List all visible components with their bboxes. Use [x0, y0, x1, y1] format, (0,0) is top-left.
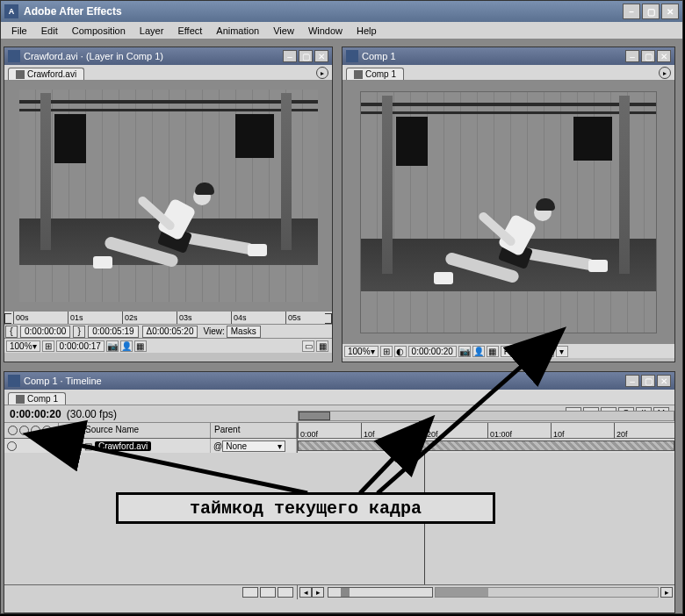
region-button[interactable]: ▭ [302, 340, 314, 352]
layer-row[interactable]: 1 ▣ Crawford.avi @ None▾ [4, 439, 674, 453]
video-switch-icon[interactable] [7, 441, 17, 451]
zoom-thumb[interactable] [341, 588, 350, 597]
layer-duration-bar[interactable] [298, 441, 674, 451]
channel-button[interactable]: ▦ [134, 340, 147, 352]
mdi-area: Crawford.avi · (Layer in Comp 1) – ▢ ✕ C… [1, 39, 682, 613]
status-timecode[interactable]: 0:00:00:17 [56, 340, 105, 352]
current-timecode[interactable]: 0:00:05:19 [88, 326, 138, 338]
comp-panel-titlebar[interactable]: Comp 1 – ▢ ✕ [342, 47, 674, 65]
switches-pane [4, 585, 298, 599]
layer-video-area[interactable] [4, 81, 332, 311]
region-button[interactable]: ▭ [528, 346, 540, 357]
time-tick: 20f [614, 423, 628, 439]
layer-maximize-button[interactable]: ▢ [299, 50, 313, 62]
view-dropdown[interactable]: Masks [227, 326, 261, 338]
layer-panel-icon [8, 50, 20, 62]
show-snapshot-button[interactable]: 👤 [120, 340, 133, 352]
layer-switches[interactable] [4, 439, 59, 453]
scroll-right-button[interactable]: ▸ [660, 587, 673, 598]
channel-button[interactable]: ▦ [487, 346, 499, 357]
comp-tab[interactable]: Comp 1 [346, 68, 404, 80]
switch-toggle-button[interactable] [242, 587, 258, 598]
menu-layer[interactable]: Layer [133, 24, 171, 38]
snapshot-button[interactable]: 📷 [106, 340, 119, 352]
show-snapshot-button[interactable]: 👤 [472, 346, 485, 357]
resolution-dropdown[interactable]: Full ▾ [501, 346, 526, 357]
layer-tab[interactable]: Crawford.avi [8, 68, 84, 80]
time-ruler[interactable]: 0:00f 10f 20f 01:00f 10f 20f [298, 423, 674, 439]
safe-zones-button[interactable]: ⊞ [42, 340, 54, 352]
layer-time-ruler[interactable]: 00s 01s 02s 03s 04s 05s [4, 311, 332, 325]
comp-video-area[interactable] [342, 81, 674, 344]
timeline-tabs: Comp 1 [4, 390, 674, 405]
timeline-titlebar[interactable]: Comp 1 · Timeline – ▢ ✕ [4, 372, 674, 390]
parent-header[interactable]: Parent [211, 423, 297, 438]
comp-close-button[interactable]: ✕ [657, 50, 671, 62]
menu-composition[interactable]: Composition [65, 24, 133, 38]
comp-icon [16, 395, 25, 404]
menu-view[interactable]: View [266, 24, 301, 38]
layer-close-button[interactable]: ✕ [314, 50, 328, 62]
zoom-dropdown[interactable]: 100% ▾ [344, 346, 379, 357]
navigator-thumb[interactable] [299, 412, 330, 420]
layer-panel-titlebar[interactable]: Crawford.avi · (Layer in Comp 1) – ▢ ✕ [4, 47, 332, 65]
menu-window[interactable]: Window [301, 24, 350, 38]
maximize-button[interactable]: ▢ [642, 4, 660, 19]
in-bracket-icon[interactable] [4, 313, 11, 324]
current-time-indicator[interactable] [419, 421, 429, 432]
3d-view-button[interactable]: ▾ [556, 346, 568, 357]
timeline-maximize-button[interactable]: ▢ [641, 375, 655, 387]
transparency-grid-button[interactable]: ▦ [542, 346, 554, 357]
menu-arrow-icon[interactable]: ▸ [316, 67, 328, 79]
mask-button[interactable]: ◐ [394, 346, 407, 357]
hscroll-thumb[interactable] [436, 588, 488, 597]
switch-toggle-button[interactable] [260, 587, 276, 598]
layer-number-header: # [59, 423, 82, 438]
layer-twirl[interactable]: 1 [59, 439, 82, 453]
solo-icon [31, 426, 40, 435]
duration-timecode[interactable]: Δ0:00:05:20 [142, 326, 198, 338]
menu-edit[interactable]: Edit [34, 24, 65, 38]
in-point-button[interactable]: { [5, 326, 18, 338]
timeline-track-header[interactable]: 0:00f 10f 20f 01:00f 10f 20f [298, 423, 674, 438]
comp-video-frame[interactable] [360, 91, 657, 333]
zoom-slider[interactable] [328, 587, 433, 598]
in-timecode[interactable]: 0:00:00:00 [20, 326, 70, 338]
scroll-right-button[interactable]: ▸ [312, 587, 324, 598]
source-name-header[interactable]: Source Name [82, 423, 211, 438]
safe-zones-button[interactable]: ⊞ [380, 346, 393, 357]
out-bracket-icon[interactable] [325, 313, 332, 324]
time-tick: 10f [551, 423, 565, 439]
menu-help[interactable]: Help [350, 24, 384, 38]
comp-tabs-row: Comp 1 ▸ [342, 65, 674, 81]
pickwhip-icon[interactable]: @ [213, 441, 222, 451]
menu-arrow-icon[interactable]: ▸ [659, 67, 671, 79]
snapshot-button[interactable]: 📷 [458, 346, 471, 357]
current-time-display[interactable]: 0:00:00:20 [10, 408, 61, 420]
menu-effect[interactable]: Effect [170, 24, 209, 38]
parent-dropdown[interactable]: None▾ [222, 441, 285, 452]
scroll-left-button[interactable]: ◂ [299, 587, 312, 598]
minimize-button[interactable]: – [623, 4, 640, 19]
timeline-minimize-button[interactable]: – [625, 375, 639, 387]
titlebar[interactable]: A Adobe After Effects – ▢ ✕ [1, 1, 682, 22]
zoom-dropdown[interactable]: 100% ▾ [6, 340, 40, 352]
status-timecode[interactable]: 0:00:00:20 [408, 346, 457, 357]
layer-minimize-button[interactable]: – [283, 50, 297, 62]
comp-maximize-button[interactable]: ▢ [641, 50, 655, 62]
timeline-close-button[interactable]: ✕ [657, 375, 671, 387]
hscroll-track[interactable] [435, 587, 659, 598]
layer-track[interactable] [298, 439, 674, 453]
layer-timecode-row: { 0:00:00:00 } 0:00:05:19 Δ0:00:05:20 Vi… [4, 325, 332, 339]
transparency-grid-button[interactable]: ▦ [316, 340, 328, 352]
switch-toggle-button[interactable] [278, 587, 293, 598]
menu-file[interactable]: File [4, 24, 34, 38]
ruler-tick: 02s [122, 312, 138, 324]
comp-minimize-button[interactable]: – [625, 50, 639, 62]
time-navigator[interactable] [298, 411, 674, 421]
timeline-tab[interactable]: Comp 1 [8, 392, 66, 405]
close-button[interactable]: ✕ [661, 4, 679, 19]
layer-source-cell[interactable]: ▣ Crawford.avi [82, 439, 211, 453]
menu-animation[interactable]: Animation [209, 24, 266, 38]
out-point-button[interactable]: } [73, 326, 85, 338]
